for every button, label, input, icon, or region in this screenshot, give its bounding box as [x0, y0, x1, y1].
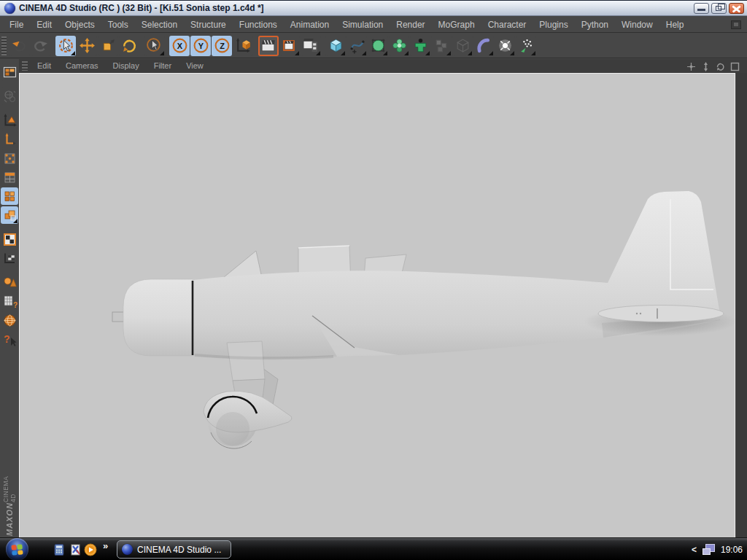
- undo-icon: [11, 37, 28, 54]
- add-environment-button[interactable]: [473, 36, 494, 56]
- light-icon: [497, 37, 514, 54]
- layout-window-icon[interactable]: [731, 20, 741, 29]
- tray-clock[interactable]: 19:06: [721, 545, 743, 555]
- make-editable-icon: [2, 113, 18, 128]
- viewport-menu-filter[interactable]: Filter: [147, 59, 179, 73]
- menu-file[interactable]: File: [3, 17, 30, 33]
- viewport-canvas[interactable]: [19, 73, 735, 537]
- menu-character[interactable]: Character: [481, 17, 533, 33]
- character-figure-icon: [412, 37, 429, 54]
- viewport-menu-view[interactable]: View: [179, 59, 211, 73]
- texture-mode-button[interactable]: [1, 230, 18, 248]
- maxon-watermark: MAXON CINEMA 4D: [0, 473, 19, 536]
- enable-axis-button[interactable]: [1, 131, 18, 148]
- calculator-icon: [53, 543, 66, 556]
- menu-edit[interactable]: Edit: [30, 17, 58, 33]
- viewport-solo-button[interactable]: [1, 273, 18, 291]
- rotate-view-button[interactable]: [716, 61, 725, 71]
- pan-view-button[interactable]: [686, 61, 696, 71]
- menu-bar: File Edit Objects Tools Selection Struct…: [0, 17, 747, 33]
- scale-icon: [100, 37, 117, 54]
- make-editable-button[interactable]: [1, 112, 18, 129]
- quicklaunch-calculator[interactable]: [53, 543, 66, 556]
- svg-text:Z: Z: [220, 42, 225, 50]
- edges-mode-button[interactable]: [1, 168, 18, 186]
- subdivision-sphere-icon: [370, 37, 387, 54]
- viewport-menu-edit[interactable]: Edit: [30, 59, 58, 73]
- menu-objects[interactable]: Objects: [58, 17, 101, 33]
- model-mode-button[interactable]: [1, 206, 18, 224]
- menu-render[interactable]: Render: [390, 17, 431, 33]
- snap-settings-button[interactable]: ?: [1, 292, 18, 310]
- close-button[interactable]: [729, 3, 744, 14]
- network-icon[interactable]: [703, 544, 715, 555]
- zoom-view-button[interactable]: [701, 61, 711, 71]
- points-mode-button[interactable]: [1, 149, 18, 167]
- render-view-icon: [260, 37, 276, 54]
- globe-button[interactable]: [1, 311, 18, 329]
- close-icon: [729, 4, 743, 13]
- add-character-object-button[interactable]: [410, 36, 430, 56]
- start-button[interactable]: [6, 538, 28, 560]
- context-help-button[interactable]: ?: [1, 330, 18, 348]
- viewport-menu-bar: Edit Cameras Display Filter View: [19, 59, 747, 73]
- move-tool-button[interactable]: [77, 36, 97, 56]
- redo-button[interactable]: [31, 36, 51, 56]
- menu-mograph[interactable]: MoGraph: [432, 17, 481, 33]
- quicklaunch-graphics-app[interactable]: [69, 543, 82, 556]
- windows-flag-icon: [11, 544, 23, 555]
- menu-simulation[interactable]: Simulation: [336, 17, 390, 33]
- add-modeling-object-button[interactable]: [389, 36, 409, 56]
- projection-button[interactable]: [1, 88, 18, 105]
- scale-tool-button[interactable]: [98, 36, 118, 56]
- quicklaunch-overflow-chevron[interactable]: »: [103, 540, 108, 551]
- minimize-button[interactable]: [694, 3, 709, 14]
- toggle-view-button[interactable]: [730, 61, 740, 71]
- viewport-menu-display[interactable]: Display: [106, 59, 147, 73]
- layout-palette-button[interactable]: [1, 63, 18, 81]
- menu-tools[interactable]: Tools: [101, 17, 135, 33]
- add-spline-button[interactable]: [347, 36, 367, 56]
- quicklaunch-media-player[interactable]: [84, 543, 97, 556]
- undo-button[interactable]: [9, 36, 30, 56]
- task-button-cinema4d[interactable]: CINEMA 4D Studio ...: [117, 540, 231, 559]
- menu-plugins[interactable]: Plugins: [533, 17, 574, 33]
- render-view-button[interactable]: [258, 36, 279, 56]
- rotate-tool-button[interactable]: [119, 36, 139, 56]
- menu-selection[interactable]: Selection: [135, 17, 184, 33]
- mode-palette: ? ? MAXON CINEMA 4D: [0, 59, 19, 537]
- toolbar-grip[interactable]: [1, 36, 7, 55]
- render-picture-viewer-button[interactable]: [279, 36, 300, 56]
- menu-functions[interactable]: Functions: [233, 17, 284, 33]
- add-instance-button[interactable]: [452, 36, 473, 56]
- viewport-menu-cameras[interactable]: Cameras: [58, 59, 106, 73]
- app-icon[interactable]: [4, 3, 15, 14]
- coordinate-system-button[interactable]: [233, 36, 253, 56]
- svg-text:Y: Y: [198, 42, 204, 50]
- add-cube-button[interactable]: [325, 36, 346, 56]
- menu-help[interactable]: Help: [659, 17, 691, 33]
- lock-x-axis-button[interactable]: X: [169, 36, 190, 56]
- add-light-button[interactable]: [495, 36, 515, 56]
- restore-button[interactable]: [711, 3, 727, 14]
- tray-collapse-arrow[interactable]: <: [692, 545, 697, 555]
- viewport-menu-grip[interactable]: [22, 61, 28, 71]
- task-button-label: CINEMA 4D Studio ...: [137, 545, 221, 555]
- lock-z-axis-button[interactable]: Z: [212, 36, 232, 56]
- workplane-mode-button[interactable]: [1, 249, 18, 267]
- menu-python[interactable]: Python: [575, 17, 615, 33]
- polygons-mode-button[interactable]: [1, 187, 18, 205]
- polygons-mode-icon: [2, 189, 18, 204]
- render-settings-button[interactable]: [301, 36, 321, 56]
- selection-tool-button[interactable]: [144, 36, 165, 56]
- menu-animation[interactable]: Animation: [284, 17, 336, 33]
- add-particles-button[interactable]: [516, 36, 536, 56]
- snap-grid-icon: ?: [2, 294, 18, 309]
- lock-y-axis-button[interactable]: Y: [190, 36, 211, 56]
- menu-window[interactable]: Window: [615, 17, 659, 33]
- rotate-icon: [121, 37, 138, 54]
- add-group-objects-button[interactable]: [431, 36, 452, 56]
- add-subdivision-surface-button[interactable]: [368, 36, 388, 56]
- live-selection-button[interactable]: [55, 36, 76, 56]
- menu-structure[interactable]: Structure: [184, 17, 233, 33]
